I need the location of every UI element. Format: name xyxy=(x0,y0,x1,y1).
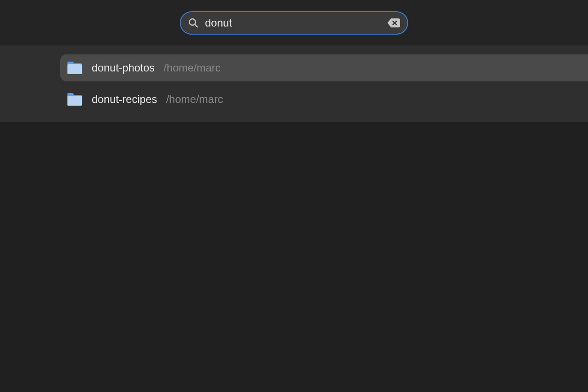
search-input[interactable] xyxy=(205,17,381,29)
search-header xyxy=(0,0,588,45)
folder-icon xyxy=(67,61,83,75)
result-item[interactable]: donut-photos /home/marc xyxy=(60,54,588,81)
result-name: donut-recipes xyxy=(92,93,157,106)
results-container: donut-photos /home/marc donut-recipes /h… xyxy=(0,45,588,122)
folder-icon xyxy=(67,92,83,107)
search-container xyxy=(180,11,408,35)
result-name: donut-photos xyxy=(92,62,155,74)
result-item[interactable]: donut-recipes /home/marc xyxy=(0,86,588,113)
result-path: /home/marc xyxy=(164,62,221,74)
search-icon xyxy=(188,18,199,28)
svg-line-1 xyxy=(195,24,198,27)
clear-button[interactable] xyxy=(388,18,400,27)
result-path: /home/marc xyxy=(166,93,223,106)
